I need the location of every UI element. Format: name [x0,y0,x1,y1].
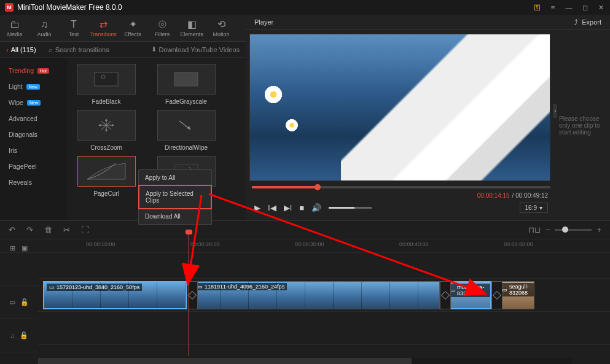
tab-motion[interactable]: ⟲Motion [206,15,236,41]
sidebar-item-diagonals[interactable]: Diagonals [0,126,68,142]
chevron-left-icon[interactable]: ‹ [6,46,9,53]
ruler-mark: 00:00:10:00 [86,241,115,247]
context-menu: Apply to AllApply to Selected ClipsDownl… [138,169,212,225]
cut-button[interactable]: ✂ [63,225,70,234]
zoom-in-button[interactable]: + [596,225,601,234]
transition-crosszoom[interactable]: CrossZoom [72,110,140,151]
transition-thumb [157,110,216,141]
clip-icon: ▭ [49,284,55,290]
badge: New [27,100,41,106]
page-curl-effect [341,34,550,181]
volume-slider[interactable] [329,207,372,209]
search-input[interactable]: Search transitions [55,46,109,53]
add-layer-icon[interactable]: ⊞ [10,244,15,252]
badge: Hot [37,68,49,74]
transition-fadeblack[interactable]: FadeBlack [72,64,140,105]
timeline-scrollbar[interactable] [38,358,572,364]
chevron-down-icon: ▾ [539,204,542,211]
sidebar-item-wipe[interactable]: WipeNew [0,95,68,110]
tab-elements[interactable]: ◧Elements [177,15,206,41]
tab-text[interactable]: TText [59,15,88,41]
sidebar-item-advanced[interactable]: Advanced [0,110,68,126]
undo-button[interactable]: ↶ [9,225,15,234]
clip-icon: ▭ [197,284,203,290]
aspect-select[interactable]: 16:9▾ [520,203,548,213]
titlebar: M MiniTool MovieMaker Free 8.0.0 ⚿ ≡ — ◻… [0,0,610,15]
sidebar-item-reveals[interactable]: Reveals [0,174,68,190]
export-button[interactable]: ⤴ Export [574,18,601,26]
transition-marker[interactable] [491,281,502,309]
badge: New [26,84,40,90]
clip-label: ▭mountains-8326 [447,284,490,297]
sidebar-item-pagepeel[interactable]: PagePeel [0,158,68,174]
transition-thumb [77,64,136,95]
volume-icon[interactable]: 🔊 [311,203,321,212]
svg-rect-0 [95,72,118,86]
layer-stack-icon[interactable]: ▣ [22,244,28,252]
tab-audio[interactable]: ♫Audio [29,15,59,41]
context-download-all[interactable]: Download All [139,209,211,224]
zoom-slider[interactable] [555,229,592,231]
clip[interactable]: ▭1181911-uhd_4096_2160_24fps [192,281,440,309]
time-total: / 00:00:49:12 [512,192,548,199]
lock-icon[interactable]: 🔓 [20,298,29,306]
transition-directionalwipe[interactable]: DirectionalWipe [152,110,220,151]
transition-thumb [77,110,136,141]
transition-label: PageCurl [72,190,140,197]
video-track[interactable]: ▭15720123-uhd_3840_2160_50fps▭1181911-uh… [38,279,610,312]
video-track-header: ▭ 🔓 [0,286,38,319]
app-title: MiniTool MovieMaker Free 8.0.0 [17,3,122,12]
filters-icon: ⦾ [158,19,166,30]
next-frame-button[interactable]: ▶I [284,203,292,212]
maximize-icon[interactable]: ◻ [581,3,589,12]
collapse-chevron-icon[interactable]: › [553,104,557,118]
transition-fadegrayscale[interactable]: FadeGrayscale [152,64,220,105]
zoom-out-button[interactable]: − [545,225,550,234]
video-preview[interactable] [249,34,550,181]
sidebar-item-light[interactable]: LightNew [0,79,68,95]
effects-icon: ✦ [129,18,137,30]
video-track-icon: ▭ [9,298,15,306]
lock-icon[interactable]: 🔓 [20,331,28,339]
delete-button[interactable]: 🗑 [44,225,52,234]
clip[interactable]: ▭15720123-uhd_3840_2160_50fps [43,281,187,309]
motion-icon: ⟲ [217,18,225,30]
preview-content [262,83,284,106]
export-icon: ⤴ [574,18,578,26]
timeline-ruler[interactable]: 00:00:10:0000:00:20:0000:00:30:0000:00:4… [0,239,610,253]
category-sidebar: TrendingHotLightNewWipeNewAdvancedDiagon… [0,58,68,220]
stop-button[interactable]: ■ [299,203,304,212]
tab-effects[interactable]: ✦Effects [118,15,147,41]
progress-bar[interactable] [252,186,550,188]
fit-icon[interactable]: ⊓⊔ [528,225,541,234]
prev-frame-button[interactable]: I◀ [268,203,276,212]
app-logo: M [5,3,14,12]
minimize-icon[interactable]: — [565,3,573,12]
menu-icon[interactable]: ≡ [549,3,557,12]
context-apply-to-all[interactable]: Apply to All [139,170,211,185]
elements-icon: ◧ [187,18,197,30]
transition-label: DirectionalWipe [152,144,220,151]
context-apply-to-selected-clips[interactable]: Apply to Selected Clips [138,185,212,209]
ruler-mark: 00:00:30:00 [295,241,324,247]
playhead[interactable] [189,233,189,356]
all-count[interactable]: All (115) [11,46,36,53]
tab-filters[interactable]: ⦾Filters [147,15,177,41]
transition-marker[interactable] [440,281,451,309]
audio-track[interactable] [38,312,610,345]
download-youtube-link[interactable]: ⬇ Download YouTube Videos [151,45,240,53]
transition-thumb [157,64,216,95]
time-current: 00:00:14:15 [477,192,510,199]
redo-button[interactable]: ↷ [26,225,33,234]
sidebar-item-trending[interactable]: TrendingHot [0,63,68,79]
sidebar-item-iris[interactable]: Iris [0,142,68,158]
tab-media[interactable]: 🗀Media [0,15,29,41]
media-icon: 🗀 [10,19,20,30]
key-icon[interactable]: ⚿ [533,3,541,12]
tab-transitions[interactable]: ⇄Transitions [88,15,118,41]
audio-icon: ♫ [41,19,48,30]
transition-pagecurl[interactable]: PageCurl [72,156,140,197]
crop-button[interactable]: ⛶ [81,225,89,234]
close-icon[interactable]: ✕ [596,3,605,12]
play-button[interactable]: ▶ [254,203,260,212]
